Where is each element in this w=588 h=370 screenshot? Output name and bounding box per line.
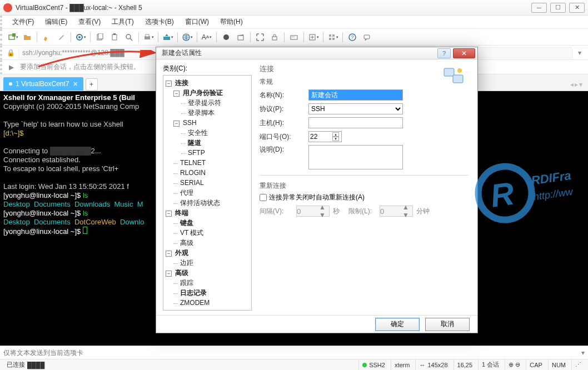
tab-prev-icon[interactable]: ◂	[570, 81, 574, 88]
record-icon[interactable]	[220, 31, 232, 43]
port-label: 端口号(O):	[260, 132, 304, 142]
tab-list-icon[interactable]: ▾	[579, 81, 582, 88]
tree-appear[interactable]: 外观	[174, 249, 190, 257]
print-icon[interactable]: ▾	[142, 31, 155, 43]
tree-log[interactable]: 日志记录	[179, 289, 208, 297]
search-icon[interactable]	[123, 31, 135, 43]
pencil-icon[interactable]	[41, 31, 53, 43]
tree-adv[interactable]: 高级	[179, 239, 195, 247]
clapper-icon[interactable]	[235, 31, 247, 43]
svg-point-3	[78, 36, 81, 38]
svg-rect-18	[293, 37, 293, 37]
menu-tools[interactable]: 工具(T)	[107, 16, 138, 28]
tree-sftp[interactable]: SFTP	[187, 149, 206, 157]
svg-rect-23	[329, 38, 331, 40]
chat-icon[interactable]	[361, 31, 373, 43]
tree-margin[interactable]: 边距	[179, 259, 195, 267]
fullscreen-icon[interactable]	[254, 31, 266, 43]
ok-button[interactable]: 确定	[375, 318, 420, 331]
tree-connection[interactable]: 连接	[174, 79, 190, 87]
send-input[interactable]	[3, 349, 579, 357]
close-button[interactable]: ✕	[569, 3, 585, 13]
tree-telnet[interactable]: TELNET	[179, 159, 207, 167]
tree-terminal[interactable]: 终端	[174, 209, 190, 217]
tree-zmodem[interactable]: ZMODEM	[179, 299, 211, 307]
maximize-button[interactable]: ☐	[550, 3, 566, 13]
svg-rect-28	[444, 68, 454, 76]
keyboard-icon[interactable]	[288, 31, 300, 43]
group-reconnect: 重新连接	[260, 181, 469, 191]
tree-vt[interactable]: VT 模式	[179, 229, 205, 237]
menu-help[interactable]: 帮助(H)	[216, 16, 247, 28]
gear-icon[interactable]: ▾	[74, 31, 87, 43]
svg-rect-17	[292, 37, 292, 37]
tree-proxy[interactable]: 代理	[179, 189, 195, 197]
font-icon[interactable]: AA▾	[201, 31, 213, 43]
port-spinner[interactable]: ▲▼	[308, 131, 342, 142]
menu-view[interactable]: 查看(V)	[74, 16, 105, 28]
hint-arrow-icon[interactable]: ▶	[7, 63, 16, 72]
tab-nav: ◂ ▸ ▾	[568, 78, 585, 91]
status-bar: 已连接 ████ SSH2 xterm ↔145x28 16,25 1 会话 ⊕…	[0, 359, 588, 370]
proto-label: 协议(P):	[260, 104, 304, 114]
tree-keyboard[interactable]: 键盘	[179, 219, 195, 227]
menu-tabs[interactable]: 选项卡(B)	[141, 16, 178, 28]
cancel-button[interactable]: 取消	[425, 318, 470, 331]
tree-tunnel[interactable]: 隧道	[187, 139, 202, 147]
tree-login-script[interactable]: 登录脚本	[187, 109, 216, 117]
tree-advanced[interactable]: 高级	[174, 269, 190, 277]
lock-icon[interactable]	[268, 31, 281, 43]
svg-rect-22	[332, 34, 335, 37]
tab-add-button[interactable]: +	[86, 78, 98, 91]
window-title: VirtualBoxCent7 - ███ux-local:~ - Xshell…	[16, 4, 531, 12]
protocol-select[interactable]: SSH	[308, 103, 403, 114]
tree-rlogin[interactable]: RLOGIN	[179, 169, 207, 177]
menu-file[interactable]: 文件(F)	[8, 16, 38, 28]
dialog-help-button[interactable]: ?	[437, 48, 451, 58]
paste-icon[interactable]	[108, 31, 121, 43]
svg-rect-1	[12, 33, 16, 37]
tile-icon[interactable]: ▾	[327, 31, 339, 43]
addbox-icon[interactable]: ▾	[307, 31, 320, 43]
name-label: 名称(N):	[260, 91, 304, 100]
tree-serial[interactable]: SERIAL	[179, 179, 205, 187]
reconnect-label: 连接异常关闭时自动重新连接(A)	[269, 193, 365, 202]
tab-close-icon[interactable]: ✕	[73, 81, 78, 88]
menu-edit[interactable]: 编辑(E)	[41, 16, 72, 28]
host-input[interactable]	[308, 117, 403, 128]
tree-security[interactable]: 安全性	[187, 129, 209, 137]
transfer-icon[interactable]: ▾	[162, 31, 174, 43]
tab-next-icon[interactable]: ▸	[575, 81, 578, 88]
svg-rect-5	[98, 33, 103, 39]
dialog-close-button[interactable]: ✕	[453, 48, 475, 58]
minimize-button[interactable]: ─	[531, 3, 547, 13]
hint-text: 要添加当前会话，点击左侧的箭头按钮。	[20, 62, 140, 72]
copy-icon[interactable]	[94, 31, 106, 43]
lock-small-icon: 🔒	[7, 49, 15, 57]
new-session-dialog: 新建会话属性 ? ✕ 类别(C): −连接 −用户身份验证 登录提示符 登录脚本	[156, 47, 478, 333]
connection-icon	[443, 66, 465, 86]
svg-rect-15	[272, 37, 277, 40]
tree-ssh[interactable]: SSH	[182, 119, 198, 127]
category-tree[interactable]: −连接 −用户身份验证 登录提示符 登录脚本 −SSH 安全性	[163, 75, 252, 311]
tree-trace[interactable]: 跟踪	[179, 279, 195, 287]
tree-login-prompt[interactable]: 登录提示符	[187, 99, 222, 107]
globe-icon[interactable]: ▾	[181, 31, 193, 43]
svg-rect-16	[291, 36, 297, 39]
limit-label: 限制(L):	[348, 207, 376, 216]
status-resize-grip[interactable]: ⋰	[571, 359, 585, 370]
tab-session-1[interactable]: 1 VirtualBoxCent7 ✕	[3, 77, 83, 91]
address-dropdown[interactable]: ▾	[576, 49, 584, 57]
send-dropdown-icon[interactable]: ▾	[581, 349, 585, 357]
wand-icon[interactable]	[55, 31, 67, 43]
desc-textarea[interactable]	[308, 145, 403, 169]
new-session-icon[interactable]: ▾	[7, 31, 19, 43]
help-icon[interactable]: ?	[346, 31, 358, 43]
tree-keepalive[interactable]: 保持活动状态	[179, 199, 221, 207]
open-session-icon[interactable]	[21, 31, 33, 43]
tree-auth[interactable]: 用户身份验证	[182, 89, 224, 97]
menu-window[interactable]: 窗口(W)	[181, 16, 213, 28]
svg-point-30	[457, 68, 462, 73]
name-input[interactable]	[308, 89, 403, 101]
reconnect-checkbox[interactable]	[260, 194, 267, 201]
